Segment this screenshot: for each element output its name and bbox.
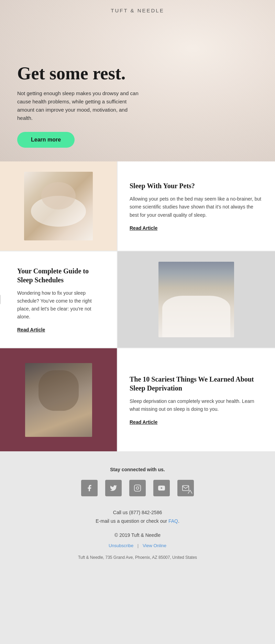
- article-row-1: Sleep With Your Pets? Allowing your pets…: [0, 161, 275, 251]
- email-icon[interactable]: [177, 480, 194, 496]
- unsubscribe-link[interactable]: Unsubscribe: [109, 543, 133, 548]
- svg-point-2: [139, 486, 140, 487]
- article-1-arrow: [116, 201, 117, 211]
- view-online-link[interactable]: View Online: [143, 543, 166, 548]
- instagram-icon[interactable]: [129, 480, 146, 496]
- article-3-title: The 10 Scariest Things We Learned About …: [130, 375, 263, 393]
- hero-title: Get some rest.: [17, 64, 144, 83]
- svg-line-5: [190, 490, 192, 494]
- svg-rect-0: [134, 485, 141, 491]
- article-3-text-panel: The 10 Scariest Things We Learned About …: [118, 348, 275, 451]
- article-2-image-panel: [118, 251, 275, 348]
- copyright-text: © 2019 Tuft & Needle: [7, 532, 268, 538]
- hero-content: Get some rest. Not getting enough sleep …: [17, 64, 144, 148]
- facebook-icon[interactable]: [81, 480, 98, 496]
- article-2-text-panel: Your Complete Guide to Sleep Schedules W…: [0, 251, 117, 348]
- article-row-2: Your Complete Guide to Sleep Schedules W…: [0, 251, 275, 348]
- learn-more-button[interactable]: Learn more: [17, 132, 75, 148]
- social-heading: Stay connected with us.: [7, 467, 268, 472]
- article-3-read-link[interactable]: Read Article: [130, 419, 263, 425]
- article-2-image: [158, 262, 234, 337]
- link-separator: |: [138, 543, 139, 548]
- article-1-description: Allowing your pets on the bed may seem l…: [130, 195, 263, 219]
- article-3-image-panel: [0, 348, 117, 451]
- article-3-arrow: [116, 395, 117, 405]
- faq-link[interactable]: FAQ: [168, 518, 178, 524]
- footer-phone: Call us (877) 842-2586 E-mail us a quest…: [7, 508, 268, 526]
- brand-header: TUFT & NEEDLE: [0, 0, 275, 21]
- brand-name: TUFT & NEEDLE: [111, 8, 164, 13]
- article-2-read-link[interactable]: Read Article: [17, 327, 105, 332]
- article-1-image-panel: [0, 161, 117, 251]
- hero-description: Not getting enough sleep makes you drows…: [17, 89, 144, 122]
- article-2-title: Your Complete Guide to Sleep Schedules: [17, 267, 105, 284]
- footer-legal-links: Unsubscribe | View Online: [7, 543, 268, 548]
- article-2-description: Wondering how to fix your sleep schedule…: [17, 289, 105, 321]
- article-1-text-panel: Sleep With Your Pets? Allowing your pets…: [118, 161, 275, 251]
- phone-text: Call us (877) 842-2586: [113, 510, 162, 515]
- article-1-image: [24, 172, 93, 240]
- footer: Stay connected with us.: [0, 451, 275, 570]
- article-1-read-link[interactable]: Read Article: [130, 225, 263, 231]
- youtube-icon[interactable]: [153, 480, 170, 496]
- article-2-arrow: [0, 295, 1, 304]
- article-3-description: Sleep deprivation can completely wreck y…: [130, 397, 263, 413]
- svg-line-4: [188, 490, 190, 494]
- twitter-icon[interactable]: [105, 480, 122, 496]
- email-prompt-text: E-mail us a question or check our: [96, 518, 167, 524]
- email-wrapper: TUFT & NEEDLE Get some rest. Not getting…: [0, 0, 275, 570]
- article-3-image: [25, 363, 92, 437]
- svg-point-1: [136, 487, 139, 489]
- hero-section: TUFT & NEEDLE Get some rest. Not getting…: [0, 0, 275, 161]
- social-icons-row: [7, 480, 268, 496]
- article-1-title: Sleep With Your Pets?: [130, 181, 263, 190]
- footer-address: Tuft & Needle, 735 Grand Ave, Phoenix, A…: [7, 555, 268, 560]
- article-row-3: The 10 Scariest Things We Learned About …: [0, 348, 275, 451]
